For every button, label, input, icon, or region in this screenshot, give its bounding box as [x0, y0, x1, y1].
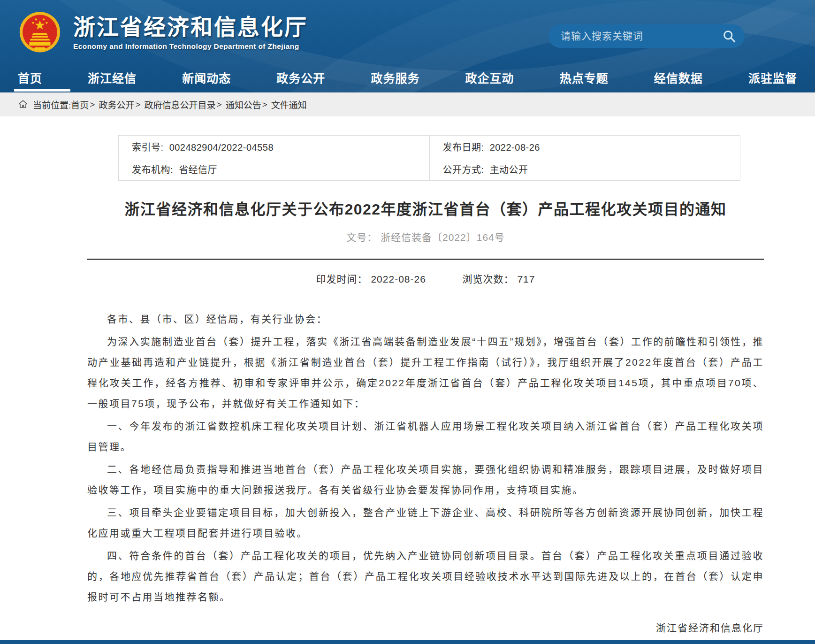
meta-agency-value: 省经信厅	[179, 165, 217, 175]
meta-pubdate-label: 发布日期:	[443, 142, 484, 153]
meta-cell-index: 索引号: 002482904/2022-04558	[119, 136, 430, 158]
breadcrumb-item-gov-open[interactable]: 政务公开	[99, 98, 134, 111]
nav-item-zhejiang-jingxin[interactable]: 浙江经信	[87, 67, 137, 92]
header-row: 浙江省经济和信息化厅 Economy and Information Techn…	[0, 0, 815, 66]
doc-paragraph-item-3: 三、项目牵头企业要锚定项目目标，加大创新投入，整合产业链上下游企业、高校、科研院…	[87, 502, 764, 544]
meta-index-value: 002482904/2022-04558	[169, 142, 274, 153]
breadcrumb-item-info-catalog[interactable]: 政府信息公开目录	[145, 98, 216, 111]
nav-item-news[interactable]: 新闻动态	[181, 67, 232, 92]
page: 浙江省经济和信息化厅 Economy and Information Techn…	[0, 0, 815, 644]
table-row: 发布机构: 省经信厅 公开方式: 主动公开	[119, 158, 740, 181]
search-input[interactable]	[560, 30, 717, 42]
breadcrumb-item-notices[interactable]: 通知公告	[226, 98, 261, 111]
doc-paragraph-item-4: 四、符合条件的首台（套）产品工程化攻关的项目，优先纳入产业链协同创新项目目录。首…	[87, 545, 764, 607]
meta-openmode-label: 公开方式:	[443, 165, 484, 175]
doc-number-line: 文号： 浙经信装备〔2022〕164号	[87, 230, 764, 244]
print-time-label: 印发时间：	[316, 274, 368, 284]
page-title: 浙江省经济和信息化厅关于公布2022年度浙江省首台（套）产品工程化攻关项目的通知	[87, 199, 764, 220]
breadcrumb-separator: >	[217, 100, 222, 110]
footer-strip	[0, 640, 815, 644]
search-box	[548, 24, 745, 48]
breadcrumb-separator: >	[90, 100, 95, 110]
doc-number-label: 文号：	[346, 232, 377, 243]
nav-item-hot-topics[interactable]: 热点专题	[559, 67, 609, 92]
signature-agency: 浙江省经济和信息化厅	[87, 618, 764, 638]
title-divider	[87, 259, 764, 260]
breadcrumb-item-file-notice[interactable]: 文件通知	[271, 98, 307, 111]
breadcrumb-separator: >	[135, 100, 140, 110]
meta-cell-openmode: 公开方式: 主动公开	[429, 158, 740, 181]
breadcrumb-prefix: 当前位置:	[33, 98, 71, 111]
search-button[interactable]	[722, 29, 736, 43]
meta-cell-agency: 发布机构: 省经信厅	[119, 158, 430, 181]
nav-item-home[interactable]: 首页	[17, 67, 43, 92]
home-icon	[18, 99, 28, 109]
breadcrumb-item-home[interactable]: 首页	[71, 98, 89, 111]
nav-item-gov-services[interactable]: 政务服务	[370, 67, 420, 92]
nav-item-gov-affairs-open[interactable]: 政务公开	[275, 67, 326, 92]
meta-openmode-value: 主动公开	[490, 165, 528, 175]
doc-body: 各市、县（市、区）经信局，有关行业协会： 为深入实施制造业首台（套）提升工程，落…	[87, 309, 764, 607]
main-nav: 首页 浙江经信 新闻动态 政务公开 政务服务 政企互动 热点专题 经信数据 派驻…	[0, 66, 815, 92]
search-icon	[722, 29, 736, 43]
nav-item-gov-enterprise[interactable]: 政企互动	[465, 67, 515, 92]
meta-index-label: 索引号:	[132, 142, 164, 153]
doc-meta-table: 索引号: 002482904/2022-04558 发布日期: 2022-08-…	[118, 135, 740, 181]
doc-number-value: 浙经信装备〔2022〕164号	[381, 232, 505, 243]
meta-cell-pubdate: 发布日期: 2022-08-26	[429, 136, 740, 158]
table-row: 索引号: 002482904/2022-04558 发布日期: 2022-08-…	[119, 136, 740, 158]
breadcrumb: 当前位置: 首页 > 政务公开 > 政府信息公开目录 > 通知公告 > 文件通知	[0, 92, 815, 116]
breadcrumb-separator: >	[262, 100, 267, 110]
site-header: 浙江省经济和信息化厅 Economy and Information Techn…	[0, 0, 815, 92]
views-count: 717	[517, 274, 535, 284]
nav-item-dispatch-supervision[interactable]: 派驻监督	[747, 67, 798, 92]
doc-paragraph-item-1: 一、今年发布的浙江省数控机床工程化攻关项目计划、浙江省机器人应用场景工程化攻关项…	[87, 416, 764, 457]
site-subtitle: Economy and Information Technology Depar…	[73, 42, 308, 51]
print-time-value: 2022-08-26	[371, 274, 426, 284]
views-label: 浏览次数：	[463, 274, 514, 284]
national-emblem-logo[interactable]	[19, 9, 61, 58]
print-views-line: 印发时间： 2022-08-26 浏览次数： 717	[87, 271, 764, 285]
doc-paragraph-item-2: 二、各地经信局负责指导和推进当地首台（套）产品工程化攻关项目实施，要强化组织协调…	[87, 459, 764, 500]
meta-agency-label: 发布机构:	[132, 165, 173, 175]
document-main: 索引号: 002482904/2022-04558 发布日期: 2022-08-…	[0, 135, 815, 644]
nav-item-jingxin-data[interactable]: 经信数据	[653, 67, 704, 92]
site-title-group: 浙江省经济和信息化厅 Economy and Information Techn…	[73, 15, 308, 51]
doc-paragraph-salutation: 各市、县（市、区）经信局，有关行业协会：	[87, 309, 764, 330]
doc-paragraph-intro: 为深入实施制造业首台（套）提升工程，落实《浙江省高端装备制造业发展“十四五”规划…	[87, 331, 764, 414]
site-title: 浙江省经济和信息化厅	[73, 15, 308, 39]
meta-pubdate-value: 2022-08-26	[490, 142, 540, 153]
